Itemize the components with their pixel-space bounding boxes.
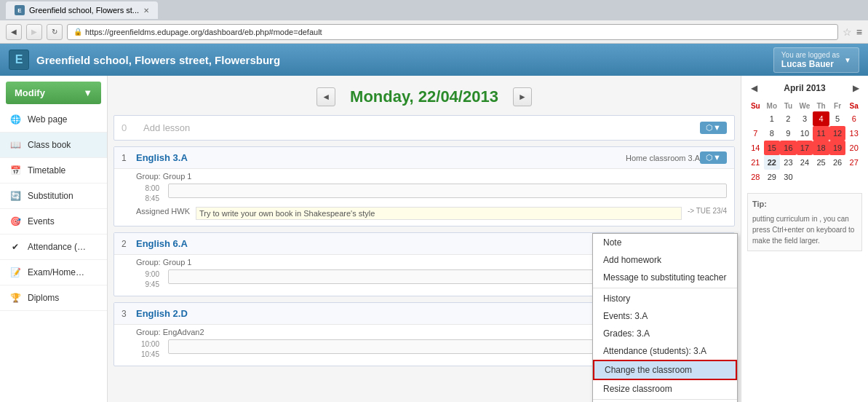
sidebar-item-attendance-label: Attendance (…	[28, 242, 86, 252]
user-logged-as-label: You are logged as	[781, 51, 840, 59]
cal-day-12[interactable]: 12	[829, 126, 846, 141]
sidebar-item-classbook[interactable]: 📖 Class book	[0, 133, 107, 158]
attendance-icon: ✔	[9, 240, 22, 253]
lesson-1-time: 8:00 8:45	[136, 184, 159, 204]
lesson-3-subject: English 2.D	[136, 308, 619, 319]
url-bar[interactable]: 🔒 https://greenfieldms.edupage.org/dashb…	[67, 24, 838, 40]
calendar-next-button[interactable]: ▶	[849, 82, 862, 95]
cal-day-21[interactable]: 21	[747, 155, 764, 170]
modify-label: Modify	[15, 87, 45, 98]
context-menu-resize-classroom[interactable]: Resize classroom	[593, 380, 737, 398]
url-text: https://greenfieldms.edupage.org/dashboa…	[85, 28, 322, 36]
cal-day-19[interactable]: 19	[829, 141, 846, 155]
add-lesson-action-button[interactable]: ⬡▼	[700, 122, 727, 134]
cal-day-5[interactable]: 5	[829, 111, 846, 126]
cal-day-29[interactable]: 29	[764, 170, 781, 184]
nav-bar: ◀ ▶ ↻ 🔒 https://greenfieldms.edupage.org…	[0, 20, 868, 44]
calendar-days-of-week: SuMoTuWeThFrSa	[747, 100, 862, 111]
cal-day-empty	[747, 111, 764, 126]
cal-dow-tu: Tu	[780, 100, 797, 111]
cal-day-27[interactable]: 27	[845, 155, 862, 170]
sidebar-item-events[interactable]: 🎯 Events	[0, 209, 107, 234]
context-menu-add-homework[interactable]: Add homework	[593, 251, 737, 269]
context-menu-change-classroom[interactable]: Change the classroom	[593, 360, 737, 380]
lesson-1-classroom: Home classroom 3.A	[626, 154, 700, 162]
cal-day-16[interactable]: 16	[780, 141, 797, 155]
modify-dropdown-arrow: ▼	[83, 87, 92, 98]
browser-tab[interactable]: E Greenfield school, Flowers st... ✕	[6, 1, 158, 19]
sidebar-item-attendance[interactable]: ✔ Attendance (…	[0, 234, 107, 260]
date-navigation: ◄ Monday, 22/04/2013 ►	[114, 82, 735, 115]
substitution-icon: 🔄	[9, 189, 22, 202]
cal-day-22[interactable]: 22	[764, 155, 781, 170]
right-panel: ◄ Monday, 22/04/2013 ► 0 Add lesson ⬡▼ 1…	[108, 76, 868, 402]
sidebar-item-diploms[interactable]: 🏆 Diploms	[0, 285, 107, 311]
sidebar-item-webpage[interactable]: 🌐 Web page	[0, 107, 107, 133]
lesson-2-subject: English 6.A	[136, 238, 620, 249]
events-icon: 🎯	[9, 215, 22, 228]
cal-day-20[interactable]: 20	[845, 141, 862, 155]
context-menu-grades-3a[interactable]: Grades: 3.A	[593, 325, 737, 342]
context-menu-history[interactable]: History	[593, 290, 737, 307]
back-button[interactable]: ◀	[6, 24, 22, 40]
lesson-2: 2 English 6.A Home classroom 6.A ⬡▼ Grou…	[114, 232, 735, 296]
lesson-1: 1 English 3.A Home classroom 3.A ⬡▼ Grou…	[114, 146, 735, 226]
cal-day-28[interactable]: 28	[747, 170, 764, 184]
cal-day-6[interactable]: 6	[845, 111, 862, 126]
lesson-1-input-row: 8:00 8:45	[136, 184, 727, 204]
lesson-1-body: Group: Group 1 8:00 8:45 Assigned HWK Tr…	[114, 169, 734, 226]
cal-day-1[interactable]: 1	[764, 111, 781, 126]
calendar-prev-button[interactable]: ◀	[747, 82, 760, 95]
cal-day-15[interactable]: 15	[764, 141, 781, 155]
cal-day-7[interactable]: 7	[747, 126, 764, 141]
app-container: E Greenfield school, Flowers street, Flo…	[0, 44, 868, 402]
cal-day-24[interactable]: 24	[797, 155, 813, 170]
modify-button[interactable]: Modify ▼	[6, 82, 101, 104]
cal-tip-title: Tip:	[752, 198, 857, 210]
cal-day-17[interactable]: 17	[797, 141, 813, 155]
sidebar-item-substitution[interactable]: 🔄 Substitution	[0, 184, 107, 209]
cal-day-23[interactable]: 23	[780, 155, 797, 170]
cal-day-18[interactable]: 18	[813, 141, 829, 155]
cal-day-13[interactable]: 13	[845, 126, 862, 141]
cal-day-25[interactable]: 25	[813, 155, 829, 170]
sidebar-item-examhome[interactable]: 📝 Exam/Home…	[0, 260, 107, 285]
prev-day-button[interactable]: ◄	[316, 87, 335, 106]
cal-day-9[interactable]: 9	[780, 126, 797, 141]
browser-menu-button[interactable]: ≡	[856, 26, 862, 38]
timetable-icon: 📅	[9, 164, 22, 177]
cal-day-8[interactable]: 8	[764, 126, 781, 141]
cal-week-2: 14151617181920	[747, 141, 862, 155]
cal-day-2[interactable]: 2	[780, 111, 797, 126]
cal-dow-we: We	[797, 100, 813, 111]
cal-dow-fr: Fr	[829, 100, 846, 111]
cal-day-10[interactable]: 10	[797, 126, 813, 141]
tab-title: Greenfield school, Flowers st...	[29, 6, 139, 15]
lesson-1-notes-input[interactable]	[168, 184, 727, 198]
cal-day-14[interactable]: 14	[747, 141, 764, 155]
forward-button[interactable]: ▶	[26, 24, 42, 40]
lesson-1-time-end: 8:45	[136, 194, 159, 204]
sidebar-item-examhome-label: Exam/Home…	[28, 267, 84, 277]
lesson-1-subject: English 3.A	[136, 152, 620, 163]
cal-day-11[interactable]: 11	[813, 126, 829, 141]
sidebar-item-events-label: Events	[28, 216, 55, 226]
bookmark-button[interactable]: ☆	[843, 26, 852, 38]
lesson-3-time-end: 10:45	[136, 350, 159, 360]
context-menu-note[interactable]: Note	[593, 234, 737, 251]
cal-day-3[interactable]: 3	[797, 111, 813, 126]
next-day-button[interactable]: ►	[513, 87, 532, 106]
cal-day-empty	[829, 170, 846, 184]
context-menu-attendance-3a[interactable]: Attendance (students): 3.A	[593, 342, 737, 360]
cal-day-30[interactable]: 30	[780, 170, 797, 184]
user-dropdown-arrow[interactable]: ▼	[844, 56, 851, 64]
lesson-1-action-button[interactable]: ⬡▼	[700, 151, 727, 164]
context-menu-message-sub[interactable]: Message to substituting teacher	[593, 269, 737, 286]
context-menu-events-3a[interactable]: Events: 3.A	[593, 307, 737, 325]
cal-day-26[interactable]: 26	[829, 155, 846, 170]
sidebar-item-timetable[interactable]: 📅 Timetable	[0, 158, 107, 184]
refresh-button[interactable]: ↻	[47, 24, 63, 40]
cal-day-4[interactable]: 4	[813, 111, 829, 126]
tab-close-button[interactable]: ✕	[143, 7, 149, 15]
school-name: Greenfield school, Flowers street, Flowe…	[36, 54, 766, 66]
